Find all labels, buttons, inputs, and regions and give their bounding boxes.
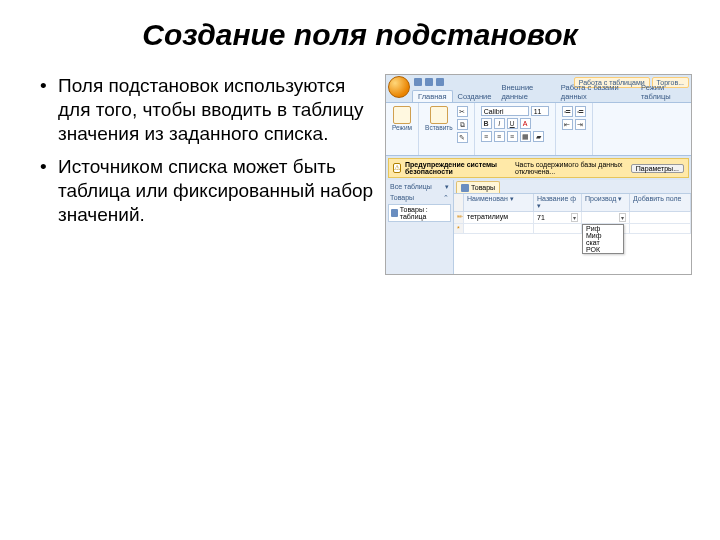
cell-with-lookup[interactable]: ▾ Риф Миф скат РОК <box>582 212 630 223</box>
tab-external[interactable]: Внешние данные <box>496 82 555 102</box>
screenshot-container: Работа с таблицами Торгов... Главная Соз… <box>379 74 692 275</box>
cell[interactable]: 71 ▾ <box>534 212 582 223</box>
app-body: Все таблицы ▾ Товары ⌃ Товары : таблица <box>386 180 691 274</box>
underline-button[interactable]: U <box>507 118 518 129</box>
fill-color-icon[interactable]: ▰ <box>533 131 544 142</box>
cell[interactable] <box>630 224 691 233</box>
ribbon-group-font: Calibri 11 B I U A ≡ ≡ ≡ <box>475 103 556 155</box>
numbering-icon[interactable]: ≔ <box>575 106 586 117</box>
main: Поля подстановок используются для того, … <box>0 74 720 275</box>
nav-group[interactable]: Товары ⌃ <box>388 192 451 202</box>
align-left-icon[interactable]: ≡ <box>481 131 492 142</box>
nav-pane: Все таблицы ▾ Товары ⌃ Товары : таблица <box>386 180 454 274</box>
document-tab[interactable]: Товары <box>456 181 500 193</box>
align-center-icon[interactable]: ≡ <box>494 131 505 142</box>
access-window: Работа с таблицами Торгов... Главная Соз… <box>385 74 692 275</box>
cell[interactable]: тетратилиум <box>464 212 534 223</box>
italic-button[interactable]: I <box>494 118 505 129</box>
table-row: ✏ тетратилиум 71 ▾ <box>454 212 691 224</box>
office-button-icon[interactable] <box>388 76 410 98</box>
qat-redo-icon[interactable] <box>436 78 444 86</box>
lookup-option[interactable]: Миф <box>583 232 623 239</box>
qat-save-icon[interactable] <box>414 78 422 86</box>
bold-button[interactable]: B <box>481 118 492 129</box>
table-icon <box>461 184 469 192</box>
column-headers: Наименован ▾ Название ф ▾ Производ ▾ Доб… <box>454 194 691 212</box>
indent-inc-icon[interactable]: ⇥ <box>575 119 586 130</box>
row-selector-header[interactable] <box>454 194 464 211</box>
nav-table-item[interactable]: Товары : таблица <box>388 204 451 222</box>
datasheet: Наименован ▾ Название ф ▾ Производ ▾ Доб… <box>454 194 691 274</box>
ribbon: Режим Вставить ✂ ⧉ ✎ <box>386 102 691 156</box>
bullet-item: Источником списка может быть таблица или… <box>40 155 379 226</box>
indent-dec-icon[interactable]: ⇤ <box>562 119 573 130</box>
column-header[interactable]: Наименован ▾ <box>464 194 534 211</box>
tab-dbtools[interactable]: Работа с базами данных <box>556 82 636 102</box>
ribbon-group-richtext: ≔≔ ⇤⇥ <box>556 103 593 155</box>
cell[interactable] <box>534 224 582 233</box>
qat-undo-icon[interactable] <box>425 78 433 86</box>
copy-icon[interactable]: ⧉ <box>457 119 468 130</box>
collapse-icon: ⌃ <box>443 194 449 202</box>
ribbon-group-clipboard: Вставить ✂ ⧉ ✎ <box>419 103 475 155</box>
cell[interactable] <box>464 224 534 233</box>
column-header[interactable]: Производ ▾ <box>582 194 630 211</box>
new-row-icon: * <box>454 224 464 233</box>
warn-text: Часть содержимого базы данных отключена.… <box>515 161 627 175</box>
ribbon-group-view: Режим <box>386 103 419 155</box>
tab-home[interactable]: Главная <box>412 90 453 102</box>
cut-icon[interactable]: ✂ <box>457 106 468 117</box>
warn-options-button[interactable]: Параметры... <box>631 164 684 173</box>
shield-icon: ⚠ <box>393 163 401 173</box>
font-name-combo[interactable]: Calibri <box>481 106 529 116</box>
ribbon-tabs: Главная Создание Внешние данные Работа с… <box>386 89 691 102</box>
dropdown-arrow-icon[interactable]: ▾ <box>571 213 578 222</box>
page-title: Создание поля подстановок <box>0 0 720 74</box>
chevron-down-icon: ▾ <box>445 183 449 191</box>
font-color-icon[interactable]: A <box>520 118 531 129</box>
cell[interactable] <box>582 224 630 233</box>
warn-title: Предупреждение системы безопасности <box>405 161 511 175</box>
security-warning-bar: ⚠ Предупреждение системы безопасности Ча… <box>388 158 689 178</box>
font-size-combo[interactable]: 11 <box>531 106 549 116</box>
document-tabs: Товары <box>454 180 691 194</box>
datasheet-icon <box>393 106 411 124</box>
quick-access-toolbar <box>414 78 444 86</box>
cell[interactable] <box>630 212 691 223</box>
view-button[interactable]: Режим <box>392 106 412 132</box>
tab-datasheet[interactable]: Режим таблицы <box>636 82 691 102</box>
dropdown-arrow-icon[interactable]: ▾ <box>619 213 626 222</box>
paste-button[interactable]: Вставить <box>425 106 453 132</box>
paste-icon <box>430 106 448 124</box>
gridlines-icon[interactable]: ▦ <box>520 131 531 142</box>
bullet-text: Поля подстановок используются для того, … <box>40 74 379 275</box>
table-icon <box>391 209 398 217</box>
lookup-option[interactable]: скат <box>583 239 623 246</box>
column-header[interactable]: Название ф ▾ <box>534 194 582 211</box>
brush-icon[interactable]: ✎ <box>457 132 468 143</box>
work-area: Товары Наименован ▾ Название ф ▾ Произво… <box>454 180 691 274</box>
bullet-item: Поля подстановок используются для того, … <box>40 74 379 145</box>
tab-create[interactable]: Создание <box>453 91 497 102</box>
lookup-option[interactable]: РОК <box>583 246 623 253</box>
bullets-icon[interactable]: ≔ <box>562 106 573 117</box>
table-row: * <box>454 224 691 234</box>
align-right-icon[interactable]: ≡ <box>507 131 518 142</box>
new-row-icon: ✏ <box>454 212 464 223</box>
add-field-column[interactable]: Добавить поле <box>630 194 691 211</box>
nav-header[interactable]: Все таблицы ▾ <box>388 182 451 192</box>
